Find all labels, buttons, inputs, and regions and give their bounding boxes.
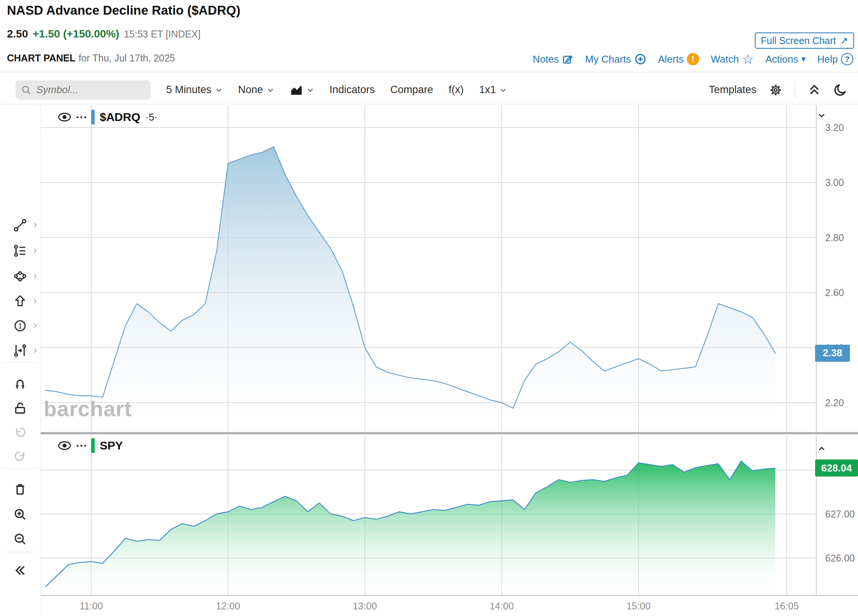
price-change: +1.50 (+150.00%): [33, 28, 119, 40]
shape-tool[interactable]: [0, 265, 40, 288]
spy-last-price-badge: 628.04: [815, 459, 858, 476]
chart-type-selector[interactable]: [290, 84, 314, 96]
adrq-last-price-badge: 2.38: [815, 345, 850, 362]
sidebar-divider: [3, 552, 37, 552]
number-annotation-tool[interactable]: 1: [0, 315, 40, 337]
expand-pane-icon[interactable]: [817, 444, 827, 454]
series-menu-icon[interactable]: [77, 445, 86, 447]
templates-button[interactable]: Templates: [709, 84, 756, 96]
alerts-link[interactable]: Alerts !: [658, 53, 699, 65]
chart-toolbar: 5 Minutes None Indicators Compare f(x) 1…: [0, 76, 858, 104]
chevron-down-icon: [215, 86, 223, 94]
header-divider: [0, 72, 858, 72]
series-symbol[interactable]: $ADRQ: [100, 111, 140, 124]
watch-link[interactable]: Watch ☆: [711, 53, 754, 66]
area-chart-icon: [290, 84, 303, 96]
chevron-right-icon[interactable]: [32, 347, 38, 354]
collapse-toolbar-button[interactable]: [808, 83, 821, 97]
add-circle-icon: [634, 53, 647, 65]
zoom-in-button[interactable]: [0, 503, 40, 526]
external-arrow-icon: ↗: [840, 35, 848, 46]
spy-price-pane[interactable]: 628.00627.00626.00: [41, 435, 858, 595]
barchart-watermark: barchart: [44, 396, 132, 421]
star-icon: ☆: [742, 53, 754, 66]
chevron-right-icon[interactable]: [32, 248, 38, 254]
alert-warning-icon: !: [687, 53, 699, 65]
visibility-eye-icon[interactable]: [58, 441, 72, 451]
undo-button[interactable]: [0, 421, 40, 444]
full-screen-chart-button[interactable]: Full Screen Chart ↗: [755, 32, 854, 49]
svg-text:1: 1: [18, 322, 22, 330]
time-axis-label: 11:00: [80, 601, 103, 612]
time-axis-label: 16:05: [775, 601, 799, 612]
time-axis-label: 15:00: [626, 601, 651, 612]
fx-button[interactable]: f(x): [449, 84, 464, 96]
pane-resize-handle[interactable]: [41, 432, 858, 434]
zoom-out-button[interactable]: [0, 528, 40, 550]
drawing-tools-sidebar: 1: [0, 104, 41, 616]
panel-date: for Thu, Jul 17th, 2025: [78, 53, 175, 63]
dark-mode-toggle[interactable]: [833, 83, 847, 97]
tools-selector[interactable]: None: [238, 84, 274, 96]
chevron-right-icon[interactable]: [32, 323, 38, 329]
double-chevron-up-icon: [808, 83, 821, 97]
header-links: Notes My Charts Alerts ! Watch ☆ Actions…: [533, 53, 853, 66]
svg-text:2.20: 2.20: [825, 397, 844, 408]
measure-tool[interactable]: [0, 339, 40, 362]
interval-selector[interactable]: 5 Minutes: [166, 84, 223, 96]
collapse-sidebar-button[interactable]: [0, 559, 40, 582]
chart-region: 3.203.002.802.602.402.20 628.00627.00626…: [41, 105, 858, 616]
svg-text:2.60: 2.60: [825, 287, 844, 298]
settings-button[interactable]: [769, 83, 783, 97]
notes-pencil-icon: [562, 53, 574, 65]
help-link[interactable]: Help ?: [817, 53, 853, 65]
chevron-down-icon: [267, 86, 274, 94]
actions-link[interactable]: Actions ▾: [765, 53, 805, 65]
series-interval: ·5·: [145, 111, 158, 123]
chevron-right-icon[interactable]: [32, 273, 38, 279]
series-color-bar: [91, 110, 95, 124]
gear-icon: [769, 83, 783, 97]
trend-line-tool[interactable]: [0, 214, 40, 237]
toolbar-divider: [795, 82, 795, 98]
time-axis-label: 12:00: [216, 601, 240, 612]
time-axis-label: 14:00: [490, 601, 514, 612]
magnet-mode-button[interactable]: [0, 373, 40, 395]
series-menu-icon[interactable]: [77, 116, 86, 118]
search-icon: [21, 85, 32, 95]
symbol-search-box[interactable]: [15, 80, 151, 100]
spy-series-legend: SPY: [58, 438, 128, 453]
toolbar-right: Templates: [709, 82, 847, 98]
barchart-chart-panel: NASD Advance Decline Ratio ($ADRQ) 2.50 …: [0, 0, 858, 616]
collapse-pane-icon[interactable]: [817, 111, 827, 121]
quote-row: 2.50 +1.50 (+150.00%) 15:53 ET [INDEX]: [7, 28, 201, 40]
fibonacci-tool[interactable]: [0, 240, 40, 262]
notes-link[interactable]: Notes: [533, 53, 574, 65]
time-axis[interactable]: 11:0012:0013:0014:0015:0016:05: [41, 595, 858, 616]
quote-timestamp: 15:53 ET [INDEX]: [124, 29, 201, 40]
arrow-marker-tool[interactable]: [0, 290, 40, 312]
panel-label: CHART PANEL: [7, 53, 75, 63]
adrq-price-pane[interactable]: 3.203.002.802.602.402.20: [41, 105, 858, 432]
chevron-down-icon: [306, 86, 314, 94]
help-icon: ?: [841, 53, 853, 65]
compare-button[interactable]: Compare: [390, 84, 433, 96]
chevron-right-icon[interactable]: [32, 298, 38, 304]
redo-button[interactable]: [0, 445, 40, 468]
grid-layout-selector[interactable]: 1x1: [479, 84, 507, 96]
adrq-series-legend: $ADRQ ·5·: [58, 110, 158, 124]
delete-drawings-button[interactable]: [0, 478, 40, 500]
chevron-down-icon: [499, 86, 507, 94]
indicators-button[interactable]: Indicators: [330, 84, 375, 96]
svg-text:627.00: 627.00: [825, 509, 855, 519]
svg-text:2.80: 2.80: [825, 232, 844, 243]
chevron-right-icon[interactable]: [32, 222, 38, 228]
sidebar-divider: [3, 468, 37, 469]
series-symbol[interactable]: SPY: [100, 439, 123, 452]
lock-drawings-button[interactable]: [0, 397, 40, 419]
my-charts-link[interactable]: My Charts: [585, 53, 646, 65]
svg-text:626.00: 626.00: [825, 553, 855, 563]
symbol-search-input[interactable]: [36, 83, 145, 96]
panel-subtitle: CHART PANELfor Thu, Jul 17th, 2025: [7, 53, 175, 64]
visibility-eye-icon[interactable]: [58, 112, 72, 122]
